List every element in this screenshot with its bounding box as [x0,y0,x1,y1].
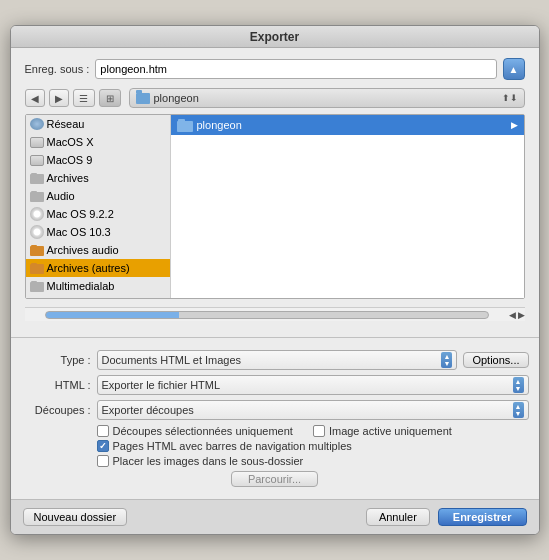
type-select[interactable]: Documents HTML et Images ▲ ▼ [97,350,458,370]
cd-icon [30,207,44,221]
checkbox-pages-html-box[interactable] [97,440,109,452]
html-select-value: Exporter le fichier HTML [102,379,511,391]
save-button[interactable]: Enregistrer [438,508,527,526]
save-as-row: Enreg. sous : ▲ [25,58,525,80]
sidebar-item-multimedialab[interactable]: Multimedialab [26,277,170,295]
list-view-button[interactable]: ☰ [73,89,95,107]
folder-icon [30,171,44,185]
sidebar-item-label: Multimedialab [47,280,115,292]
exporter-window: Exporter Enreg. sous : ▲ ◀ ▶ ☰ ⊞ plongeo… [10,25,540,535]
checkbox-section: Découpes sélectionnées uniquement Image … [21,425,529,467]
sidebar-item-label: Mac OS 10.3 [47,226,111,238]
html-row: HTML : Exporter le fichier HTML ▲ ▼ [21,375,529,395]
html-label: HTML : [21,379,91,391]
sidebar-item-label: Audio [47,190,75,202]
sidebar-item-label: Mac OS 9.2.2 [47,208,114,220]
sidebar-item-reseau[interactable]: Réseau [26,115,170,133]
decoupes-row: Découpes : Exporter découpes ▲ ▼ [21,400,529,420]
checkbox-row-3: Placer les images dans le sous-dossier [97,455,529,467]
decoupes-label: Découpes : [21,404,91,416]
folder-icon [30,189,44,203]
sidebar-item-macos922[interactable]: Mac OS 9.2.2 [26,205,170,223]
column-view-button[interactable]: ⊞ [99,89,121,107]
checkbox-image-active[interactable]: Image active uniquement [313,425,452,437]
sidebar-item-label: MacOS 9 [47,154,93,166]
sidebar-item-audio[interactable]: Audio [26,187,170,205]
html-select[interactable]: Exporter le fichier HTML ▲ ▼ [97,375,529,395]
file-folder-icon [177,119,193,132]
file-item-label: plongeon [197,119,242,131]
html-select-arrows[interactable]: ▲ ▼ [513,377,524,393]
cancel-button[interactable]: Annuler [366,508,430,526]
sidebar-item-label: MacOS X [47,136,94,148]
sidebar-item-logiciels[interactable]: Logiciels [26,295,170,298]
down-arrow-icon: ▼ [443,360,450,367]
down-arrow-icon: ▼ [515,385,522,392]
hd-icon [30,153,44,167]
bottom-right-buttons: Annuler Enregistrer [366,508,527,526]
network-icon [30,117,44,131]
sidebar-item-macos103[interactable]: Mac OS 10.3 [26,223,170,241]
sidebar-item-archives-autres[interactable]: Archives (autres) [26,259,170,277]
decoupes-select[interactable]: Exporter découpes ▲ ▼ [97,400,529,420]
checkbox-decoupes-sel[interactable]: Découpes sélectionnées uniquement [97,425,293,437]
expand-button[interactable]: ▲ [503,58,525,80]
parcourir-button[interactable]: Parcourir... [231,471,318,487]
scrollbar-area[interactable]: ◀ ▶ [25,307,525,321]
sidebar-item-label: Réseau [47,118,85,130]
browser-area: Réseau MacOS X MacOS 9 [25,114,525,299]
file-arrow-icon: ▶ [511,120,518,130]
type-select-arrows[interactable]: ▲ ▼ [441,352,452,368]
bottom-bar: Nouveau dossier Annuler Enregistrer [11,499,539,534]
checkbox-image-active-box[interactable] [313,425,325,437]
checkbox-placer-images[interactable]: Placer les images dans le sous-dossier [97,455,304,467]
sidebar-item-macosx[interactable]: MacOS X [26,133,170,151]
scroll-left-icon[interactable]: ◀ [509,310,516,320]
sidebar-item-label: Archives [47,172,89,184]
sidebar-item-macos9[interactable]: MacOS 9 [26,151,170,169]
save-as-input[interactable] [95,59,496,79]
forward-button[interactable]: ▶ [49,89,69,107]
sidebar-item-archives[interactable]: Archives [26,169,170,187]
checkbox-placer-images-box[interactable] [97,455,109,467]
toolbar-row: ◀ ▶ ☰ ⊞ plongeon ⬆⬇ [25,88,525,108]
decoupes-select-value: Exporter découpes [102,404,511,416]
sidebar-item-archives-audio[interactable]: Archives audio [26,241,170,259]
dropdown-arrow-icon: ⬆⬇ [502,93,518,103]
back-button[interactable]: ◀ [25,89,45,107]
type-row: Type : Documents HTML et Images ▲ ▼ Opti… [21,350,529,370]
divider [11,337,539,338]
checkbox-row-1: Découpes sélectionnées uniquement Image … [97,425,529,437]
folder-orange-icon [30,243,44,257]
save-as-label: Enreg. sous : [25,63,90,75]
checkbox-pages-html[interactable]: Pages HTML avec barres de navigation mul… [97,440,352,452]
folder-dropdown-name: plongeon [154,92,502,104]
form-section: Type : Documents HTML et Images ▲ ▼ Opti… [11,344,539,499]
file-item-plongeon[interactable]: plongeon ▶ [171,115,524,135]
up-arrow-icon: ▲ [443,353,450,360]
options-button[interactable]: Options... [463,352,528,368]
scroll-right-icon[interactable]: ▶ [518,310,525,320]
sidebar-list: Réseau MacOS X MacOS 9 [26,115,171,298]
folder-dropdown[interactable]: plongeon ⬆⬇ [129,88,525,108]
checkbox-decoupes-sel-box[interactable] [97,425,109,437]
checkbox-row-2: Pages HTML avec barres de navigation mul… [97,440,529,452]
type-label: Type : [21,354,91,366]
checkbox-placer-images-label: Placer les images dans le sous-dossier [113,455,304,467]
cd-icon [30,225,44,239]
sidebar-item-label: Archives audio [47,244,119,256]
down-arrow-icon: ▼ [515,410,522,417]
scrollbar[interactable] [45,311,489,319]
folder-icon [30,297,44,298]
folder-icon [30,279,44,293]
up-arrow-icon: ▲ [515,403,522,410]
new-folder-button[interactable]: Nouveau dossier [23,508,128,526]
parcourir-row: Parcourir... [21,471,529,487]
hd-icon [30,135,44,149]
main-pane: plongeon ▶ [171,115,524,298]
sidebar-item-label: Archives (autres) [47,262,130,274]
titlebar: Exporter [11,26,539,48]
decoupes-select-arrows[interactable]: ▲ ▼ [513,402,524,418]
checkbox-image-active-label: Image active uniquement [329,425,452,437]
type-select-value: Documents HTML et Images [102,354,440,366]
